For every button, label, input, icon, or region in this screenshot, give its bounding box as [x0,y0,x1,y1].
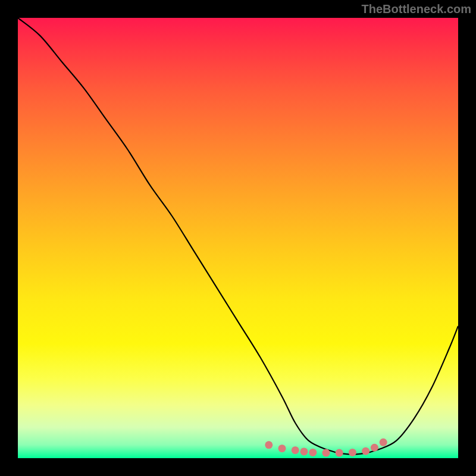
dotted-markers [265,439,387,457]
marker-dot [322,449,330,457]
marker-dot [380,439,387,446]
marker-dot [336,449,343,457]
marker-dot [300,447,308,455]
marker-dot [309,449,317,456]
marker-dot [362,447,369,455]
watermark-text: TheBottleneck.com [362,2,471,16]
marker-dot [371,444,378,452]
chart-svg [18,18,458,458]
curve-path [18,18,458,455]
marker-dot [265,441,273,449]
marker-dot [349,449,356,456]
plot-area [18,18,458,458]
marker-dot [278,444,286,452]
marker-dot [292,446,299,454]
